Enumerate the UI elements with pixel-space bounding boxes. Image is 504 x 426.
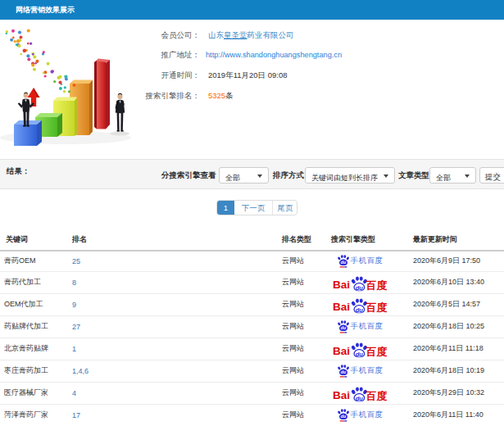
svg-text:du: du — [356, 395, 364, 402]
svg-text:Bai: Bai — [333, 279, 350, 291]
svg-text:du: du — [340, 325, 346, 330]
svg-text:du: du — [356, 284, 364, 292]
svg-text:百度: 百度 — [366, 279, 388, 292]
svg-text:du: du — [340, 260, 346, 265]
svg-text:Bai: Bai — [333, 389, 350, 401]
svg-text:du: du — [340, 369, 346, 374]
svg-text:du: du — [356, 306, 364, 314]
svg-text:du: du — [356, 351, 364, 358]
svg-text:百度: 百度 — [366, 390, 388, 402]
svg-text:百度: 百度 — [366, 301, 388, 314]
svg-text:du: du — [340, 414, 346, 419]
svg-text:百度: 百度 — [366, 346, 388, 358]
svg-text:Bai: Bai — [333, 345, 350, 357]
svg-text:Bai: Bai — [333, 301, 350, 313]
